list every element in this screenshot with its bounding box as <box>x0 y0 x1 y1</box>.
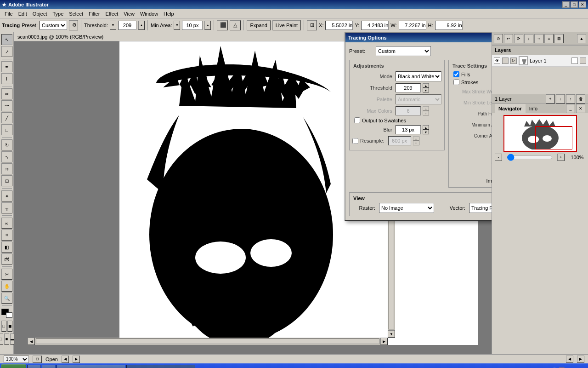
tool-scale[interactable]: ⤡ <box>1 151 12 162</box>
layer-move-up[interactable]: ↑ <box>566 94 575 104</box>
scroll-down[interactable]: ▼ <box>388 330 395 338</box>
output-swatches-checkbox[interactable] <box>354 117 360 123</box>
tool-free-transform[interactable]: ⊡ <box>1 175 12 186</box>
tool-hand[interactable]: ✋ <box>1 281 12 292</box>
tool-rect[interactable]: □ <box>1 124 12 135</box>
tool-type[interactable]: T <box>1 73 12 84</box>
output-swatches-label[interactable]: Output to Swatches <box>362 118 406 123</box>
mode-select[interactable]: Black and White Grayscale Color <box>396 71 441 81</box>
tool-mesh[interactable]: ⌗ <box>1 230 12 241</box>
menu-type[interactable]: Type <box>50 10 67 17</box>
scroll-right[interactable]: ▶ <box>380 338 388 345</box>
layer-visibility[interactable]: 👁 <box>494 58 500 64</box>
tool-column[interactable]: ╥ <box>1 202 12 213</box>
y-input[interactable] <box>361 21 389 30</box>
maximize-button[interactable]: □ <box>571 1 578 8</box>
taskbar-task1[interactable]: welcome LifeWarrior -... <box>57 365 125 368</box>
panel-scroll-up[interactable]: ▲ <box>577 34 586 43</box>
tool-pencil[interactable]: ✏ <box>1 88 12 99</box>
zoom-fit-button[interactable]: ⊡ <box>33 356 42 363</box>
tool-scissors[interactable]: ✂ <box>1 269 12 280</box>
tool-direct-select[interactable]: ↗ <box>1 46 12 57</box>
tab-navigator[interactable]: Navigator <box>495 104 526 113</box>
blur-field[interactable]: 13 px <box>396 125 421 134</box>
menu-edit[interactable]: Edit <box>16 10 30 17</box>
tool-gradient[interactable]: ◧ <box>1 242 12 253</box>
w-input[interactable] <box>399 21 426 30</box>
taskbar-task2[interactable]: ★ Adobe Illustrator <box>126 365 195 368</box>
panel-btn6[interactable]: ≡ <box>544 34 554 43</box>
panel-btn4[interactable]: ↕ <box>524 34 533 43</box>
tool-smooth[interactable]: 〜 <box>1 100 12 111</box>
strokes-checkbox[interactable] <box>453 79 459 85</box>
menu-window[interactable]: Window <box>137 10 161 17</box>
status-scroll-right[interactable]: ▶ <box>577 356 584 363</box>
tab-info[interactable]: Info <box>526 104 541 113</box>
gradient-mode[interactable]: ◼ <box>7 321 12 332</box>
threshold-input[interactable]: 209 <box>118 21 136 30</box>
tool-pen[interactable]: ✒ <box>1 61 12 72</box>
threshold-down[interactable]: ▼ <box>423 88 429 92</box>
zoom-in-button[interactable]: + <box>557 154 565 161</box>
menu-filter[interactable]: Filter <box>86 10 102 17</box>
live-paint-button[interactable]: Live Paint <box>272 20 301 30</box>
raster-select[interactable]: No Image Original Image Adjusted Image <box>379 203 434 213</box>
zoom-out-button[interactable]: - <box>495 154 502 161</box>
zoom-select[interactable]: 100% <box>4 356 29 363</box>
tool-eyedropper[interactable]: 🖄 <box>1 253 12 264</box>
threshold-field[interactable]: 209 <box>396 83 421 92</box>
layer-move-down[interactable]: ↓ <box>556 94 565 104</box>
stroke-color[interactable] <box>6 312 12 318</box>
tool-blend[interactable]: ∞ <box>1 218 12 229</box>
tool-select[interactable]: ↖ <box>1 34 12 45</box>
tool-warp[interactable]: ≋ <box>1 163 12 174</box>
status-next-button[interactable]: ▶ <box>73 356 80 363</box>
taskbar-browser-button[interactable]: 🌐 <box>42 365 56 368</box>
nav-minimize[interactable]: _ <box>566 104 575 113</box>
blur-up[interactable]: ▲ <box>423 125 429 130</box>
minarea-input[interactable] <box>182 21 203 30</box>
zoom-slider[interactable] <box>507 154 553 161</box>
menu-file[interactable]: File <box>2 10 16 17</box>
fills-checkbox[interactable] <box>453 71 459 77</box>
normal-mode[interactable]: □ <box>0 334 3 345</box>
panel-btn2[interactable]: ↩ <box>504 34 513 43</box>
tool-zoom[interactable]: 🔍 <box>1 293 12 304</box>
panel-btn5[interactable]: ↔ <box>534 34 543 43</box>
menu-object[interactable]: Object <box>30 10 50 17</box>
resample-label[interactable]: Resample: <box>360 138 384 144</box>
minimize-button[interactable]: _ <box>562 1 570 8</box>
h-scrollbar[interactable]: ◀ ▶ <box>28 338 388 345</box>
panel-btn7[interactable]: ⊠ <box>554 34 564 43</box>
threshold-spin-down[interactable]: ▼ <box>110 21 116 30</box>
status-scroll-left[interactable]: ◀ <box>566 356 573 363</box>
nav-close[interactable]: ✕ <box>576 104 585 113</box>
expand-button[interactable]: Expand <box>247 20 270 30</box>
layer-lock[interactable] <box>502 58 509 64</box>
strokes-label[interactable]: Strokes <box>461 80 478 85</box>
toolbar-icon1[interactable]: ⬛ <box>217 20 228 30</box>
tool-rotate[interactable]: ↻ <box>1 139 12 150</box>
fills-label[interactable]: Fills <box>461 72 470 77</box>
scroll-track-h[interactable] <box>36 339 379 344</box>
nav-thumbnail[interactable] <box>503 115 577 152</box>
layer-new-layer[interactable]: + <box>546 94 555 104</box>
close-button[interactable]: ✕ <box>579 1 586 8</box>
toolbar-preset-select[interactable]: Custom <box>40 21 67 30</box>
toolbar-icon2[interactable]: △ <box>230 20 241 30</box>
x-input[interactable] <box>325 21 353 30</box>
vector-select[interactable]: Tracing Result Outlines Outlines with Tr… <box>469 203 492 213</box>
layer-delete[interactable]: 🗑 <box>576 94 585 104</box>
layer-expand[interactable]: ▷ <box>510 58 517 64</box>
menu-effect[interactable]: Effect <box>102 10 121 17</box>
panel-btn3[interactable]: ⟳ <box>514 34 523 43</box>
minarea-spin-up[interactable]: ▲ <box>204 21 211 30</box>
menu-select[interactable]: Select <box>66 10 86 17</box>
taskbar-ie-button[interactable]: e <box>27 365 41 368</box>
panel-btn1[interactable]: ⊙ <box>494 34 503 43</box>
preset-select[interactable]: Custom <box>376 46 431 56</box>
status-prev-button[interactable]: ◀ <box>62 356 69 363</box>
menu-help[interactable]: Help <box>161 10 177 17</box>
minarea-spin-down[interactable]: ▼ <box>174 21 180 30</box>
menu-view[interactable]: View <box>121 10 137 17</box>
